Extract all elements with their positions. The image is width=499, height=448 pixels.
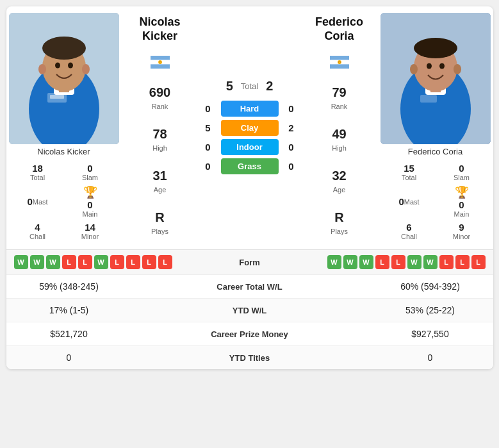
stat-left-val-1: 17% (1-5) bbox=[18, 305, 120, 315]
right-total-cell: 15 Total bbox=[383, 162, 436, 183]
svg-rect-17 bbox=[330, 56, 349, 60]
right-high-lbl: High bbox=[332, 144, 347, 152]
total-right-score: 2 bbox=[266, 79, 273, 94]
surface-row-grass: 0 Grass 0 bbox=[200, 158, 299, 174]
surface-btn-2: Indoor bbox=[221, 139, 279, 155]
svg-point-5 bbox=[55, 63, 60, 69]
stat-label-0: Career Total W/L bbox=[120, 282, 379, 292]
right-player-name: Federico Coria bbox=[315, 15, 363, 43]
left-form-badge-8: L bbox=[142, 255, 156, 269]
svg-rect-19 bbox=[330, 64, 349, 69]
svg-point-16 bbox=[159, 61, 161, 63]
right-rank-lbl: Rank bbox=[331, 103, 348, 110]
left-chall-label: Chall bbox=[12, 233, 64, 240]
left-main-label: Main bbox=[83, 210, 98, 218]
right-chall-label: Chall bbox=[383, 233, 436, 240]
stat-row-0: 59% (348-245) Career Total W/L 60% (594-… bbox=[6, 274, 493, 298]
left-form-badges: WWWLLWLLLL bbox=[14, 255, 172, 269]
left-player-name: Nicolas Kicker bbox=[139, 15, 180, 43]
svg-point-4 bbox=[42, 37, 86, 60]
right-info-col: Federico Coria 79 Rank 49 High bbox=[301, 13, 378, 243]
total-label: Total bbox=[241, 81, 258, 91]
surface-btn-3: Grass bbox=[221, 158, 279, 174]
right-mast-cell: 0 Mast bbox=[383, 184, 436, 219]
right-form-badge-1: W bbox=[343, 255, 357, 269]
right-form-badge-4: L bbox=[391, 255, 405, 269]
right-form-badge-6: W bbox=[423, 255, 438, 269]
left-form-badge-9: L bbox=[158, 255, 172, 269]
right-slam-value: 0 bbox=[436, 163, 488, 174]
stat-label-3: YTD Titles bbox=[120, 353, 379, 363]
total-scores-row: 5 Total 2 bbox=[226, 79, 274, 94]
stat-label-1: YTD W/L bbox=[120, 306, 379, 315]
left-info-col: Nicolas Kicker 690 Rank 78 High bbox=[122, 13, 199, 243]
right-minor-label: Minor bbox=[436, 233, 488, 240]
svg-point-26 bbox=[414, 38, 457, 58]
top-section: Nicolas Kicker 18 Total 0 Slam 0 Mast 🏆 … bbox=[6, 6, 493, 249]
right-form-badge-3: L bbox=[375, 255, 389, 269]
right-form-badge-5: W bbox=[407, 255, 421, 269]
stat-row-2: $521,720 Career Prize Money $927,550 bbox=[6, 322, 493, 345]
left-chall-value: 4 bbox=[12, 222, 64, 233]
svg-rect-10 bbox=[50, 95, 64, 99]
right-player-photo bbox=[380, 13, 491, 144]
right-plays-lbl: Plays bbox=[331, 228, 348, 235]
left-high-val: 78 bbox=[152, 127, 167, 142]
svg-point-7 bbox=[38, 64, 46, 74]
left-mast-label: Mast bbox=[33, 198, 48, 206]
surface-rows: 0 Hard 0 5 Clay 2 0 Indoor 0 0 Grass 0 bbox=[200, 97, 299, 178]
stat-left-val-3: 0 bbox=[18, 353, 120, 363]
left-high-lbl: High bbox=[152, 144, 167, 152]
left-total-value: 18 bbox=[12, 163, 64, 174]
right-flag bbox=[329, 56, 350, 71]
svg-point-21 bbox=[338, 61, 340, 63]
right-plays-val: R bbox=[331, 210, 348, 225]
match-center: 5 Total 2 0 Hard 0 5 Clay 2 0 Indoor 0 0… bbox=[199, 13, 301, 243]
left-form-badge-4: L bbox=[78, 255, 92, 269]
left-total-label: Total bbox=[12, 174, 64, 181]
left-total-cell: 18 Total bbox=[12, 162, 64, 183]
svg-point-29 bbox=[410, 64, 418, 74]
left-slam-cell: 0 Slam bbox=[64, 162, 117, 183]
surface-btn-0: Hard bbox=[221, 101, 279, 117]
stat-right-val-3: 0 bbox=[379, 353, 482, 363]
left-form-badge-6: L bbox=[110, 255, 124, 269]
right-main-value: 0 bbox=[459, 199, 464, 210]
left-minor-label: Minor bbox=[64, 233, 117, 240]
surface-right-score-0: 0 bbox=[284, 103, 299, 114]
svg-rect-14 bbox=[151, 64, 170, 69]
left-age-val: 31 bbox=[152, 169, 167, 183]
right-stats-grid: 15 Total 0 Slam 0 Mast 🏆 0 Main 6 bbox=[378, 160, 493, 243]
right-high-val: 49 bbox=[332, 127, 347, 142]
surface-row-indoor: 0 Indoor 0 bbox=[200, 139, 299, 155]
stat-right-val-2: $927,550 bbox=[379, 329, 482, 339]
right-age-val: 32 bbox=[332, 169, 346, 183]
svg-point-30 bbox=[454, 64, 461, 74]
surface-left-score-0: 0 bbox=[200, 103, 216, 114]
right-age-stat: 32 Age bbox=[332, 169, 346, 195]
right-player-name-label: Federico Coria bbox=[408, 144, 462, 158]
stat-left-val-2: $521,720 bbox=[18, 329, 120, 339]
right-form-badge-8: L bbox=[455, 255, 470, 269]
left-flag bbox=[150, 56, 170, 71]
surface-left-score-3: 0 bbox=[200, 161, 216, 172]
right-mast-value: 0 bbox=[398, 196, 404, 207]
right-main-label: Main bbox=[454, 210, 470, 218]
surface-row-hard: 0 Hard 0 bbox=[200, 101, 299, 117]
right-plays-stat: R Plays bbox=[331, 210, 348, 236]
left-plays-stat: R Plays bbox=[151, 210, 168, 236]
stat-label-2: Career Prize Money bbox=[120, 329, 379, 339]
surface-right-score-2: 0 bbox=[284, 142, 299, 153]
right-form-badge-9: L bbox=[471, 255, 486, 269]
left-slam-label: Slam bbox=[64, 174, 117, 181]
right-form-badge-0: W bbox=[327, 255, 341, 269]
right-age-lbl: Age bbox=[333, 186, 346, 194]
left-plays-val: R bbox=[151, 210, 168, 225]
left-high-stat: 78 High bbox=[152, 127, 167, 153]
main-card: Nicolas Kicker 18 Total 0 Slam 0 Mast 🏆 … bbox=[6, 6, 493, 369]
left-plays-lbl: Plays bbox=[151, 228, 168, 235]
left-slam-value: 0 bbox=[64, 163, 117, 174]
svg-point-28 bbox=[439, 63, 445, 69]
left-main-trophy: 🏆 0 Main bbox=[64, 184, 117, 219]
svg-point-8 bbox=[82, 64, 90, 74]
